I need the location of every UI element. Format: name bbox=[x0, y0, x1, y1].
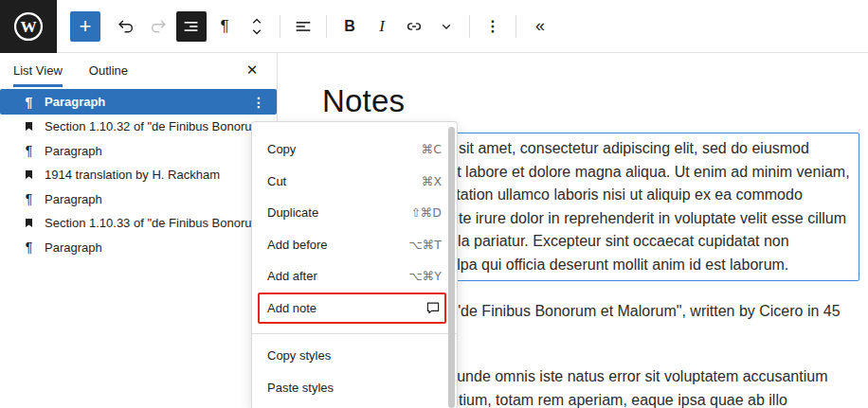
menu-item-label: Duplicate bbox=[267, 205, 318, 220]
list-view-row-paragraph[interactable]: ¶ Paragraph bbox=[0, 236, 277, 260]
editor-toolbar: W + ¶ bbox=[0, 0, 868, 53]
shortcut-label: ⌥⌘Y bbox=[408, 269, 442, 283]
menu-scrollbar[interactable] bbox=[448, 127, 455, 408]
svg-text:W: W bbox=[20, 18, 36, 36]
collapse-toolbar-button[interactable]: « bbox=[523, 9, 555, 44]
tab-label: List View bbox=[13, 63, 63, 78]
list-view-row-paragraph-selected[interactable]: ¶ Paragraph ⋮ bbox=[0, 89, 277, 115]
block-inserter-button[interactable]: + bbox=[70, 11, 100, 42]
menu-item-label: Paste styles bbox=[267, 381, 334, 395]
undo-button[interactable] bbox=[110, 9, 142, 44]
double-chevron-left-icon: « bbox=[535, 16, 543, 36]
list-view-row-paragraph[interactable]: ¶ Paragraph bbox=[0, 187, 277, 212]
menu-item-label: Cut bbox=[267, 174, 286, 188]
menu-item-paste-styles[interactable]: Paste styles bbox=[252, 372, 457, 404]
kebab-icon: ⋮ bbox=[485, 17, 500, 35]
menu-item-label: Add after bbox=[267, 269, 317, 283]
align-left-icon bbox=[293, 16, 314, 37]
list-view-panel: List View Outline ✕ ¶ Paragraph ⋮ Sectio… bbox=[0, 53, 278, 408]
plus-icon: + bbox=[80, 12, 92, 41]
kebab-icon: ⋮ bbox=[252, 95, 265, 110]
menu-item-label: Add before bbox=[267, 238, 328, 252]
block-options-menu: Copy ⌘C Cut ⌘X Duplicate ⇧⌘D Add before … bbox=[251, 121, 458, 408]
paragraph-icon: ¶ bbox=[21, 191, 37, 206]
link-icon bbox=[404, 16, 425, 37]
move-up-down-icon bbox=[247, 15, 266, 38]
menu-item-label: Add note bbox=[267, 301, 316, 315]
menu-item-duplicate[interactable]: Duplicate ⇧⌘D bbox=[252, 197, 457, 229]
list-view-row-heading[interactable]: Section 1.10.33 of "de Finibus Bonorum .… bbox=[0, 211, 277, 236]
bookmark-icon bbox=[21, 169, 37, 181]
block-type-button[interactable]: ¶ bbox=[208, 9, 241, 44]
list-view-icon bbox=[181, 16, 202, 37]
tab-label: Outline bbox=[89, 63, 128, 78]
chevron-down-icon bbox=[437, 17, 456, 36]
wordpress-w-icon: W bbox=[11, 9, 45, 44]
row-label: Paragraph bbox=[45, 240, 102, 255]
menu-item-add-before[interactable]: Add before ⌥⌘T bbox=[252, 229, 457, 261]
menu-item-label: Copy styles bbox=[267, 348, 331, 363]
menu-item-cut[interactable]: Cut ⌘X bbox=[252, 166, 457, 198]
menu-item-add-note[interactable]: Add note bbox=[252, 293, 457, 325]
bookmark-icon bbox=[21, 120, 37, 133]
paragraph-icon: ¶ bbox=[21, 143, 37, 158]
list-view-row-paragraph[interactable]: ¶ Paragraph bbox=[0, 139, 277, 164]
wordpress-logo[interactable]: W bbox=[0, 0, 57, 53]
menu-separator bbox=[252, 333, 457, 334]
bookmark-icon bbox=[21, 217, 37, 229]
text-align-button[interactable] bbox=[287, 9, 319, 44]
list-view-header: List View Outline ✕ bbox=[0, 53, 277, 87]
paragraph-icon: ¶ bbox=[21, 95, 37, 110]
bold-icon: B bbox=[344, 18, 355, 35]
row-label: Section 1.10.33 of "de Finibus Bonorum .… bbox=[45, 216, 269, 230]
toolbar-separator bbox=[469, 15, 470, 38]
row-options-button[interactable]: ⋮ bbox=[248, 95, 269, 110]
tab-outline[interactable]: Outline bbox=[89, 53, 128, 87]
row-label: Paragraph bbox=[45, 192, 102, 206]
shortcut-label: ⌘X bbox=[422, 174, 442, 188]
tab-list-view[interactable]: List View bbox=[13, 53, 63, 87]
shortcut-label: ⌥⌘T bbox=[408, 238, 442, 252]
list-view-rows: ¶ Paragraph ⋮ Section 1.10.32 of "de Fin… bbox=[0, 87, 277, 259]
bold-button[interactable]: B bbox=[334, 9, 366, 44]
toolbar-separator bbox=[326, 15, 327, 38]
menu-item-label: Copy bbox=[267, 142, 296, 156]
paragraph-icon: ¶ bbox=[220, 17, 228, 36]
list-view-row-heading[interactable]: 1914 translation by H. Rackham bbox=[0, 163, 277, 187]
redo-icon bbox=[148, 16, 169, 37]
shortcut-label: ⇧⌘D bbox=[410, 205, 442, 220]
document-overview-button[interactable] bbox=[176, 11, 207, 42]
menu-item-add-after[interactable]: Add after ⌥⌘Y bbox=[252, 260, 457, 293]
close-list-view-button[interactable]: ✕ bbox=[241, 59, 263, 81]
row-label: Paragraph bbox=[45, 95, 105, 109]
italic-icon: I bbox=[379, 17, 385, 36]
shortcut-label: ⌘C bbox=[422, 142, 442, 156]
comment-icon bbox=[425, 299, 442, 316]
list-view-row-heading[interactable]: Section 1.10.32 of "de Finibus Bonorum .… bbox=[0, 115, 277, 139]
undo-icon bbox=[116, 16, 136, 37]
block-mover-button[interactable] bbox=[241, 9, 273, 44]
toolbar-separator bbox=[515, 15, 516, 38]
italic-button[interactable]: I bbox=[366, 9, 398, 44]
post-title[interactable]: Notes bbox=[322, 83, 868, 119]
redo-button[interactable] bbox=[142, 9, 174, 44]
more-formatting-button[interactable] bbox=[430, 9, 462, 44]
row-label: Paragraph bbox=[45, 144, 102, 158]
menu-item-copy[interactable]: Copy ⌘C bbox=[252, 133, 457, 166]
menu-item-copy-styles[interactable]: Copy styles bbox=[252, 340, 457, 372]
link-button[interactable] bbox=[398, 9, 430, 44]
block-options-button[interactable]: ⋮ bbox=[477, 9, 509, 44]
row-label: Section 1.10.32 of "de Finibus Bonorum .… bbox=[45, 119, 269, 133]
toolbar-separator bbox=[280, 15, 280, 38]
row-label: 1914 translation by H. Rackham bbox=[45, 168, 220, 182]
close-icon: ✕ bbox=[246, 62, 259, 78]
paragraph-icon: ¶ bbox=[21, 239, 37, 255]
